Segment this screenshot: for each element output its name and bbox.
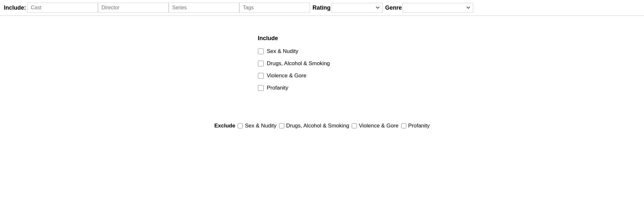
include-sex-nudity-checkbox[interactable] xyxy=(258,48,264,54)
rating-label: Rating xyxy=(313,4,331,11)
exclude-profanity-item: Profanity xyxy=(401,123,430,129)
include-violence-checkbox[interactable] xyxy=(258,73,264,79)
include-drugs-alcohol-checkbox[interactable] xyxy=(258,61,264,66)
exclude-violence-checkbox[interactable] xyxy=(352,123,357,128)
exclude-violence-item: Violence & Gore xyxy=(352,123,398,129)
exclude-profanity-label: Profanity xyxy=(408,123,430,129)
include-profanity-item: Profanity xyxy=(258,85,288,91)
include-violence-item: Violence & Gore xyxy=(258,73,306,79)
exclude-profanity-checkbox[interactable] xyxy=(401,123,406,128)
exclude-violence-label: Violence & Gore xyxy=(359,123,398,129)
series-input[interactable] xyxy=(169,3,239,13)
include-drugs-alcohol-label: Drugs, Alcohol & Smoking xyxy=(267,60,330,67)
include-sex-nudity-item: Sex & Nudity xyxy=(258,48,298,55)
exclude-sex-nudity-label: Sex & Nudity xyxy=(245,123,276,129)
include-drugs-alcohol-item: Drugs, Alcohol & Smoking xyxy=(258,60,330,67)
include-label: Include: xyxy=(4,4,26,11)
exclude-drugs-alcohol-checkbox[interactable] xyxy=(279,123,284,128)
main-content: Include Sex & Nudity Drugs, Alcohol & Sm… xyxy=(0,16,644,129)
exclude-sex-nudity-checkbox[interactable] xyxy=(238,123,243,128)
cast-input[interactable] xyxy=(27,3,98,13)
top-bar: Include: Rating G PG PG-13 R NC-17 TV-Y … xyxy=(0,0,644,16)
exclude-label: Exclude xyxy=(214,123,235,129)
genre-label: Genre xyxy=(385,4,402,11)
exclude-sex-nudity-item: Sex & Nudity xyxy=(238,123,276,129)
include-violence-label: Violence & Gore xyxy=(267,73,306,79)
include-section-title: Include xyxy=(258,35,278,42)
director-input[interactable] xyxy=(98,3,169,13)
include-profanity-checkbox[interactable] xyxy=(258,85,264,91)
exclude-drugs-alcohol-label: Drugs, Alcohol & Smoking xyxy=(286,123,349,129)
exclude-drugs-alcohol-item: Drugs, Alcohol & Smoking xyxy=(279,123,349,129)
include-sex-nudity-label: Sex & Nudity xyxy=(267,48,298,55)
exclude-bar: Exclude Sex & Nudity Drugs, Alcohol & Sm… xyxy=(214,123,430,129)
include-section: Include Sex & Nudity Drugs, Alcohol & Sm… xyxy=(258,35,386,97)
include-profanity-label: Profanity xyxy=(267,85,288,91)
genre-select[interactable]: Action Comedy Drama Horror Romance Sci-F… xyxy=(402,3,473,13)
rating-select[interactable]: G PG PG-13 R NC-17 TV-Y TV-G TV-PG TV-14… xyxy=(331,3,383,13)
tags-input[interactable] xyxy=(239,3,310,13)
